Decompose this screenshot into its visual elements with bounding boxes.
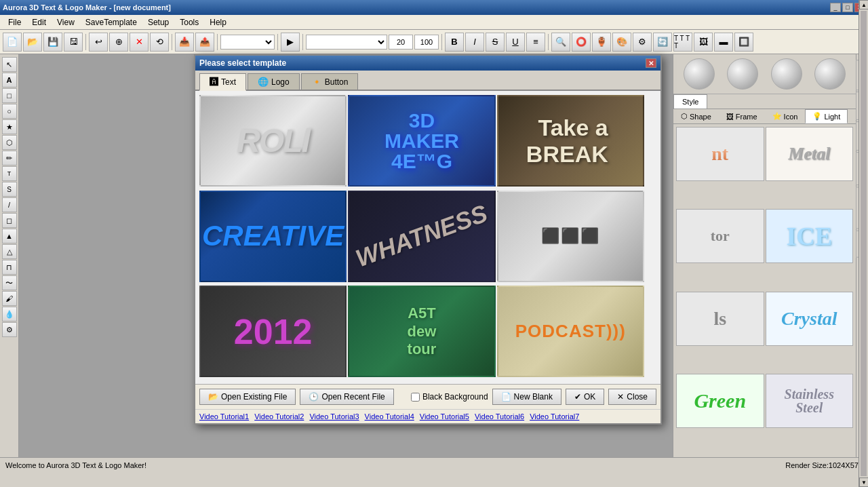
ok-button[interactable]: ✔ OK	[566, 389, 604, 405]
open-recent-icon: 🕒	[309, 392, 319, 402]
template-creative[interactable]: CREATIVE	[199, 191, 347, 282]
button-tab-icon: 🔸	[311, 77, 322, 87]
template-whatness-text: WHATNESS	[349, 192, 494, 281]
scroll-down-button[interactable]: ▼	[859, 478, 868, 487]
template-roli-text: ROLl	[201, 96, 345, 185]
template-break-text: Take aBREAK	[498, 96, 643, 185]
new-blank-button[interactable]: 📄 New Blank	[492, 389, 561, 405]
template-3dmaker-text: 3DMAKER4E™G	[349, 96, 494, 185]
close-button-modal[interactable]: ✕ Close	[608, 389, 656, 405]
modal-tabs: 🅰 Text 🌐 Logo 🔸 Button	[195, 71, 660, 91]
modal-body: ROLl 3DMAKER4E™G Take aBREAK	[195, 91, 660, 384]
template-podcast[interactable]: PODCAST)))	[497, 286, 644, 377]
modal-title: Please select template	[199, 58, 286, 68]
ok-icon: ✔	[574, 392, 581, 402]
black-bg-checkbox[interactable]	[411, 393, 420, 402]
template-2012-text: 2012	[201, 287, 345, 376]
modal-tab-button[interactable]: 🔸 Button	[301, 73, 359, 90]
template-creative-text: CREATIVE	[201, 192, 345, 281]
open-recent-button[interactable]: 🕒 Open Recent File	[300, 389, 393, 405]
template-modal: Please select template ✕ 🅰 Text 🌐 Logo 🔸…	[194, 54, 662, 425]
scroll-up-button[interactable]: ▲	[859, 0, 868, 9]
template-2012[interactable]: 2012	[199, 286, 347, 377]
templates-scrollbar[interactable]: ▲ ▼	[859, 0, 868, 487]
video-links: Video Tutorial1 Video Tutorial2 Video Tu…	[195, 409, 660, 423]
template-3dmaker[interactable]: 3DMAKER4E™G	[348, 95, 495, 187]
templates-container: ROLl 3DMAKER4E™G Take aBREAK	[199, 95, 656, 380]
video-link-2[interactable]: Video Tutorial2	[254, 412, 304, 421]
template-dewtour[interactable]: A5Tdewtour	[348, 286, 495, 377]
new-blank-icon: 📄	[501, 392, 511, 402]
template-blocks-text: ⬛⬛⬛	[498, 192, 643, 281]
template-podcast-text: PODCAST)))	[498, 287, 643, 376]
text-tab-icon: 🅰	[210, 77, 218, 87]
modal-footer: 📂 Open Existing File 🕒 Open Recent File …	[195, 384, 660, 409]
template-blocks[interactable]: ⬛⬛⬛	[497, 191, 644, 282]
modal-overlay: Please select template ✕ 🅰 Text 🌐 Logo 🔸…	[0, 0, 868, 487]
video-link-3[interactable]: Video Tutorial3	[309, 412, 359, 421]
open-existing-icon: 📂	[208, 392, 218, 402]
templates-grid: ROLl 3DMAKER4E™G Take aBREAK	[199, 95, 644, 380]
video-link-5[interactable]: Video Tutorial5	[420, 412, 469, 421]
template-roli[interactable]: ROLl	[199, 95, 347, 187]
video-link-4[interactable]: Video Tutorial4	[365, 412, 414, 421]
modal-close-button[interactable]: ✕	[646, 58, 656, 68]
template-whatness[interactable]: WHATNESS	[348, 191, 495, 282]
modal-title-bar: Please select template ✕	[195, 56, 660, 71]
template-break[interactable]: Take aBREAK	[497, 95, 644, 187]
template-dewtour-text: A5Tdewtour	[349, 287, 494, 376]
close-icon: ✕	[617, 392, 624, 402]
modal-tab-logo[interactable]: 🌐 Logo	[248, 73, 300, 90]
open-existing-button[interactable]: 📂 Open Existing File	[199, 389, 296, 405]
black-bg-checkbox-label[interactable]: Black Background	[411, 392, 488, 402]
video-link-7[interactable]: Video Tutorial7	[530, 412, 579, 421]
modal-tab-text[interactable]: 🅰 Text	[199, 73, 246, 91]
video-link-1[interactable]: Video Tutorial1	[199, 412, 249, 421]
video-link-6[interactable]: Video Tutorial6	[475, 412, 524, 421]
logo-tab-icon: 🌐	[258, 77, 269, 87]
scroll-thumb[interactable]	[861, 11, 867, 476]
